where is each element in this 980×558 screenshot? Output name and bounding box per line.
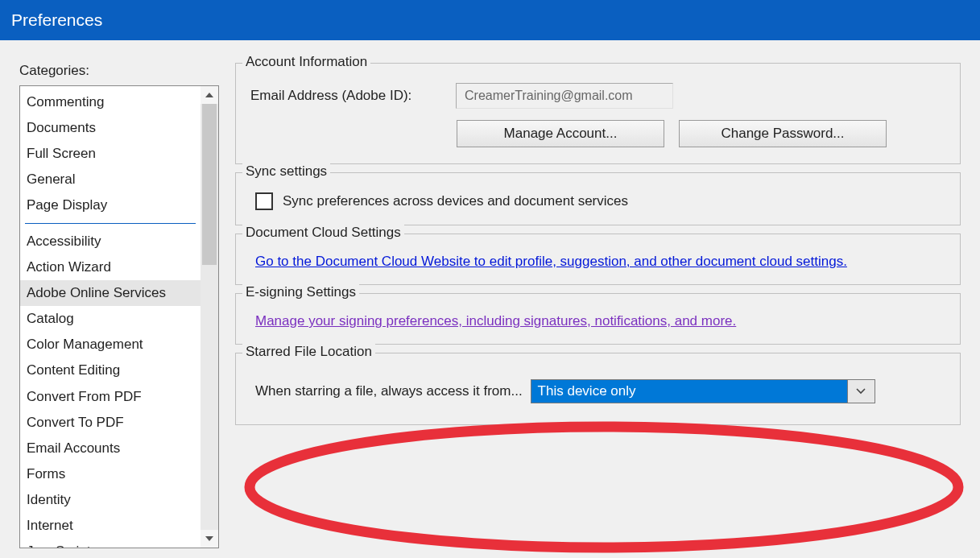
manage-account-button[interactable]: Manage Account...	[457, 120, 664, 147]
category-item[interactable]: Identity	[20, 487, 201, 513]
scroll-down-arrow[interactable]	[201, 530, 218, 548]
scroll-up-arrow[interactable]	[201, 86, 218, 104]
category-item[interactable]: Commenting	[20, 89, 201, 115]
scroll-track[interactable]	[201, 104, 218, 530]
category-item[interactable]: Accessibility	[20, 229, 201, 254]
sync-checkbox[interactable]	[255, 192, 273, 210]
category-item[interactable]: Catalog	[20, 306, 201, 332]
categories-panel: Categories: CommentingDocumentsFull Scre…	[19, 63, 219, 558]
chevron-down-icon[interactable]	[847, 380, 875, 403]
category-item[interactable]: Adobe Online Services	[20, 280, 201, 306]
starred-file-value: This device only	[531, 380, 847, 403]
window-title: Preferences	[11, 10, 102, 30]
document-cloud-legend: Document Cloud Settings	[242, 225, 404, 241]
starred-file-label: When starring a file, always access it f…	[255, 383, 523, 399]
account-info-legend: Account Information	[242, 54, 370, 70]
categories-label: Categories:	[19, 63, 219, 79]
titlebar: Preferences	[0, 0, 980, 40]
starred-file-group: Starred File Location When starring a fi…	[235, 353, 961, 425]
change-password-button[interactable]: Change Password...	[679, 120, 887, 147]
scroll-thumb[interactable]	[202, 104, 217, 265]
category-item[interactable]: Content Editing	[20, 358, 201, 383]
content-area: Categories: CommentingDocumentsFull Scre…	[0, 40, 980, 558]
category-item[interactable]: Documents	[20, 115, 201, 141]
starred-file-legend: Starred File Location	[242, 344, 375, 360]
sync-settings-legend: Sync settings	[242, 163, 330, 180]
category-item[interactable]: General	[20, 167, 201, 192]
esigning-legend: E-signing Settings	[242, 284, 359, 300]
esigning-link[interactable]: Manage your signing preferences, includi…	[255, 313, 736, 329]
category-item[interactable]: JavaScript	[20, 539, 201, 548]
category-item[interactable]: Convert From PDF	[20, 384, 201, 410]
category-item[interactable]: Page Display	[20, 192, 201, 218]
sync-settings-group: Sync settings Sync preferences across de…	[235, 172, 961, 225]
email-label: Email Address (Adobe ID):	[250, 88, 440, 104]
category-item[interactable]: Color Management	[20, 332, 201, 358]
email-field: CreamerTraining@gmail.com	[456, 83, 673, 109]
category-separator	[25, 223, 196, 224]
categories-scrollbar[interactable]	[201, 86, 218, 548]
category-item[interactable]: Convert To PDF	[20, 410, 201, 436]
category-item[interactable]: Action Wizard	[20, 254, 201, 280]
esigning-group: E-signing Settings Manage your signing p…	[235, 293, 961, 345]
starred-file-dropdown[interactable]: This device only	[531, 379, 875, 403]
category-item[interactable]: Email Accounts	[20, 436, 201, 461]
sync-checkbox-label: Sync preferences across devices and docu…	[283, 193, 628, 209]
category-item[interactable]: Forms	[20, 461, 201, 487]
document-cloud-group: Document Cloud Settings Go to the Docume…	[235, 234, 961, 285]
account-info-group: Account Information Email Address (Adobe…	[235, 63, 961, 164]
document-cloud-link[interactable]: Go to the Document Cloud Website to edit…	[255, 254, 847, 269]
categories-listbox[interactable]: CommentingDocumentsFull ScreenGeneralPag…	[19, 85, 219, 548]
settings-panel: Account Information Email Address (Adobe…	[235, 63, 961, 558]
category-item[interactable]: Internet	[20, 513, 201, 539]
category-item[interactable]: Full Screen	[20, 141, 201, 167]
